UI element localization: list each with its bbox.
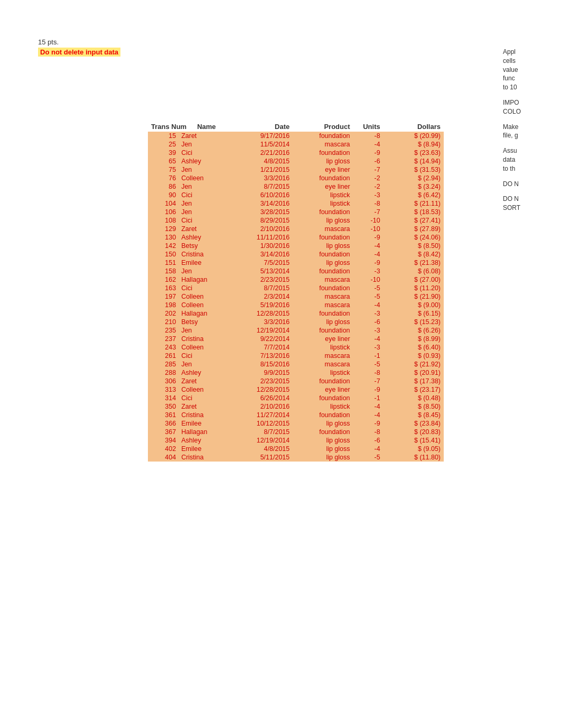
dollar-value: (11.80) bbox=[419, 454, 441, 461]
cell-dollars: $ (8.42) bbox=[384, 250, 444, 259]
cell-name: Cici bbox=[178, 216, 232, 225]
cell-product: mascara bbox=[293, 140, 353, 149]
table-row: 202 Hallagan 12/28/2015 foundation -3 $ … bbox=[148, 309, 444, 318]
cell-units: -9 bbox=[353, 385, 384, 394]
cell-dollars: $ (8.45) bbox=[384, 411, 444, 419]
cell-date: 2/3/2014 bbox=[232, 292, 293, 301]
table-row: 162 Hallagan 2/23/2015 mascara -10 $ (27… bbox=[148, 275, 444, 284]
cell-product: lip gloss bbox=[293, 157, 353, 165]
cell-date: 7/13/2016 bbox=[232, 352, 293, 360]
table-row: 25 Jen 11/5/2014 mascara -4 $ (8.94) bbox=[148, 140, 444, 149]
table-row: 76 Colleen 3/3/2016 foundation -2 $ (2.9… bbox=[148, 174, 444, 182]
cell-units: -4 bbox=[353, 335, 384, 343]
cell-name: Emilee bbox=[178, 419, 232, 428]
cell-units: -5 bbox=[353, 360, 384, 368]
cell-trans: 394 bbox=[148, 436, 178, 445]
cell-product: eye liner bbox=[293, 385, 353, 394]
cell-dollars: $ (11.80) bbox=[384, 453, 444, 462]
cell-trans: 404 bbox=[148, 453, 178, 462]
cell-product: lip gloss bbox=[293, 453, 353, 462]
table-row: 288 Ashley 9/9/2015 lipstick -8 $ (20.91… bbox=[148, 368, 444, 377]
cell-name: Cici bbox=[178, 149, 232, 157]
cell-trans: 314 bbox=[148, 394, 178, 402]
cell-units: -8 bbox=[353, 368, 384, 377]
cell-date: 5/11/2015 bbox=[232, 453, 293, 462]
cell-units: -5 bbox=[353, 284, 384, 292]
cell-trans: 237 bbox=[148, 335, 178, 343]
cell-name: Colleen bbox=[178, 385, 232, 394]
cell-dollars: $ (15.41) bbox=[384, 436, 444, 445]
cell-dollars: $ (8.50) bbox=[384, 402, 444, 411]
table-row: 15 Zaret 9/17/2016 foundation -8 $ (20.9… bbox=[148, 132, 444, 140]
cell-name: Colleen bbox=[178, 343, 232, 352]
cell-date: 8/7/2015 bbox=[232, 284, 293, 292]
cell-trans: 197 bbox=[148, 292, 178, 301]
dollar-value: (24.06) bbox=[419, 234, 441, 241]
header-units: Units bbox=[353, 122, 384, 132]
cell-units: -9 bbox=[353, 149, 384, 157]
cell-dollars: $ (27.89) bbox=[384, 225, 444, 233]
cell-product: lipstick bbox=[293, 191, 353, 199]
cell-trans: 367 bbox=[148, 428, 178, 436]
side-note-4: Assudatato th bbox=[503, 146, 545, 173]
dollar-value: (6.42) bbox=[423, 191, 441, 199]
cell-date: 2/10/2016 bbox=[232, 402, 293, 411]
cell-dollars: $ (21.92) bbox=[384, 360, 444, 368]
cell-dollars: $ (11.20) bbox=[384, 284, 444, 292]
dollar-sign: $ bbox=[414, 386, 418, 393]
cell-date: 9/22/2014 bbox=[232, 335, 293, 343]
cell-product: lip gloss bbox=[293, 436, 353, 445]
cell-units: -2 bbox=[353, 174, 384, 182]
dollar-sign: $ bbox=[414, 276, 418, 283]
cell-product: mascara bbox=[293, 360, 353, 368]
cell-dollars: $ (21.38) bbox=[384, 259, 444, 267]
cell-trans: 25 bbox=[148, 140, 178, 149]
table-row: 106 Jen 3/28/2015 foundation -7 $ (18.53… bbox=[148, 208, 444, 216]
cell-name: Cristina bbox=[178, 250, 232, 259]
header-transnum: Trans NumName bbox=[148, 122, 232, 132]
dollar-sign: $ bbox=[414, 259, 418, 266]
dollar-value: (21.38) bbox=[419, 259, 441, 266]
table-row: 129 Zaret 2/10/2016 mascara -10 $ (27.89… bbox=[148, 225, 444, 233]
table-row: 306 Zaret 2/23/2015 foundation -7 $ (17.… bbox=[148, 377, 444, 385]
side-note-2: IMPOCOLO bbox=[503, 98, 545, 116]
cell-dollars: $ (6.42) bbox=[384, 191, 444, 199]
dollar-value: (15.23) bbox=[419, 318, 441, 326]
header-date: Date bbox=[232, 122, 293, 132]
cell-product: lipstick bbox=[293, 343, 353, 352]
cell-trans: 104 bbox=[148, 199, 178, 208]
dollar-value: (21.11) bbox=[419, 200, 441, 207]
table-row: 366 Emilee 10/12/2015 lip gloss -9 $ (23… bbox=[148, 419, 444, 428]
cell-name: Jen bbox=[178, 140, 232, 149]
dollar-sign: $ bbox=[414, 158, 418, 165]
dollar-sign: $ bbox=[414, 284, 418, 292]
cell-units: -4 bbox=[353, 411, 384, 419]
cell-product: lipstick bbox=[293, 368, 353, 377]
cell-units: -9 bbox=[353, 259, 384, 267]
dollar-value: (23.84) bbox=[419, 420, 441, 427]
cell-dollars: $ (6.15) bbox=[384, 309, 444, 318]
dollar-value: (23.63) bbox=[419, 149, 441, 156]
cell-trans: 76 bbox=[148, 174, 178, 182]
dollar-sign: $ bbox=[418, 183, 422, 190]
cell-units: -4 bbox=[353, 242, 384, 250]
cell-date: 7/7/2014 bbox=[232, 343, 293, 352]
dollar-value: (2.94) bbox=[423, 174, 441, 182]
cell-dollars: $ (27.41) bbox=[384, 216, 444, 225]
table-row: 65 Ashley 4/8/2015 lip gloss -6 $ (14.94… bbox=[148, 157, 444, 165]
dollar-value: (8.45) bbox=[423, 411, 441, 419]
cell-product: foundation bbox=[293, 208, 353, 216]
cell-dollars: $ (27.00) bbox=[384, 275, 444, 284]
dollar-value: (6.15) bbox=[423, 310, 441, 317]
table-row: 198 Colleen 5/19/2016 mascara -4 $ (9.00… bbox=[148, 301, 444, 309]
header-product: Product bbox=[293, 122, 353, 132]
cell-name: Colleen bbox=[178, 174, 232, 182]
cell-name: Betsy bbox=[178, 242, 232, 250]
side-notes: Applcellsvaluefuncto 10 IMPOCOLO Makefil… bbox=[503, 48, 545, 219]
table-row: 237 Cristina 9/22/2014 eye liner -4 $ (8… bbox=[148, 335, 444, 343]
cell-trans: 150 bbox=[148, 250, 178, 259]
cell-date: 2/23/2015 bbox=[232, 377, 293, 385]
cell-dollars: $ (23.17) bbox=[384, 385, 444, 394]
cell-product: lipstick bbox=[293, 199, 353, 208]
cell-trans: 243 bbox=[148, 343, 178, 352]
